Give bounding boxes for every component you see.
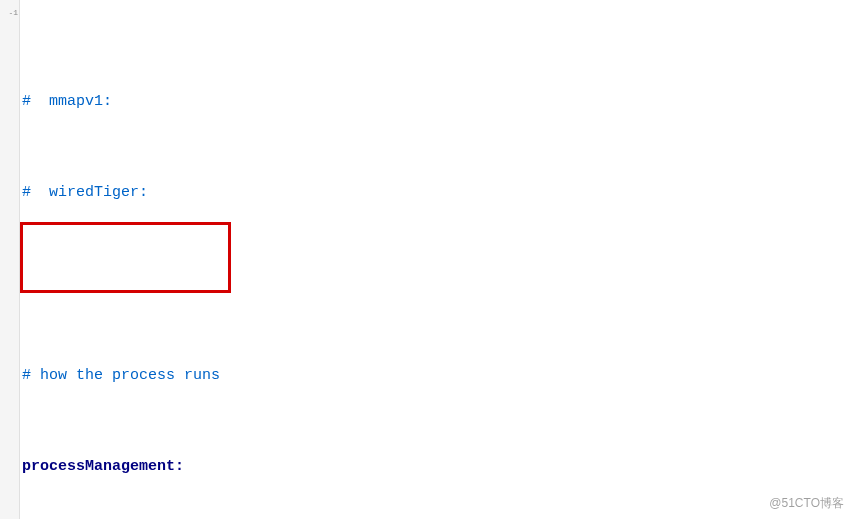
code-area[interactable]: # mmapv1: # wiredTiger: # how the proces…	[20, 0, 850, 519]
editor-container: -1 # mmapv1: # wiredTiger: # how the pro…	[0, 0, 850, 519]
code-line: # mmapv1:	[22, 91, 850, 114]
code-line: # wiredTiger:	[22, 182, 850, 205]
line-gutter: -1	[0, 0, 20, 519]
code-line	[22, 274, 850, 297]
code-comment: # mmapv1:	[22, 93, 112, 110]
code-comment: # how the process runs	[22, 367, 220, 384]
code-line: # how the process runs	[22, 365, 850, 388]
yaml-key: processManagement:	[22, 458, 184, 475]
gutter-label: -1	[0, 2, 18, 25]
code-line: processManagement:	[22, 456, 850, 479]
watermark: @51CTO博客	[769, 492, 844, 515]
code-comment: # wiredTiger:	[22, 184, 148, 201]
